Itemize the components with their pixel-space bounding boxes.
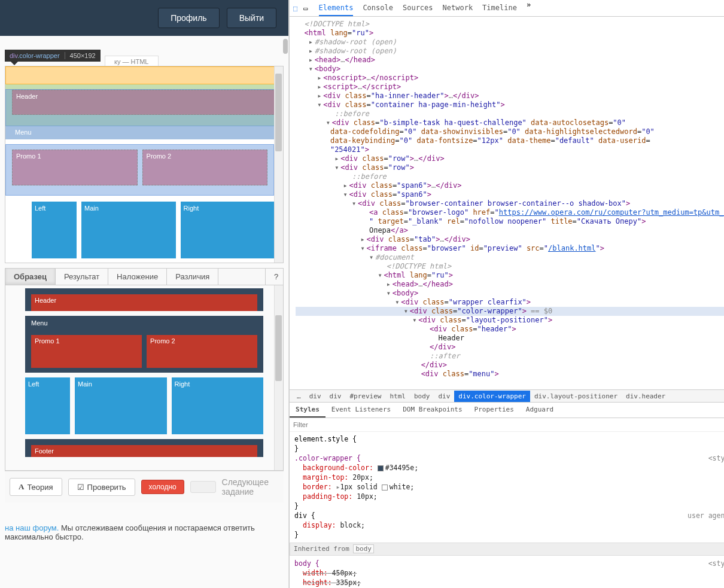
font-icon: A <box>19 482 24 492</box>
styles-panel: Styles Event Listeners DOM Breakpoints P… <box>290 403 724 588</box>
ref-footer: Footer <box>31 445 257 457</box>
cold-badge: холодно <box>141 480 184 494</box>
block-promo-1: Promo 1 <box>12 150 138 185</box>
site-header: Профиль Выйти <box>0 0 288 36</box>
css-rules[interactable]: element.style { } <style>…</style>.color… <box>290 432 724 588</box>
block-main: Main <box>81 202 176 258</box>
reference-preview: Header Menu Promo 1 Promo 2 Left Main Ri… <box>5 285 284 471</box>
logout-button[interactable]: Выйти <box>227 8 276 28</box>
block-right: Right <box>181 202 275 258</box>
profile-button[interactable]: Профиль <box>158 8 219 28</box>
ref-main: Main <box>75 377 167 434</box>
ref-menu: Menu <box>25 316 263 330</box>
subtab-properties[interactable]: Properties <box>469 403 520 418</box>
color-swatch[interactable] <box>382 485 388 490</box>
block-left: Left <box>32 202 77 258</box>
ref-left: Left <box>25 377 70 434</box>
progress-meter <box>190 481 216 493</box>
margin-highlight <box>5 66 283 84</box>
tab-overlay[interactable]: Наложение <box>108 269 167 285</box>
block-header: Header <box>12 90 276 115</box>
device-icon[interactable]: ▭ <box>303 4 308 13</box>
scrollbar[interactable] <box>274 66 283 263</box>
tab-diff[interactable]: Различия <box>167 269 218 285</box>
color-swatch[interactable] <box>378 465 384 471</box>
content-highlight: Header <box>5 89 283 126</box>
check-icon: ☑ <box>77 483 84 492</box>
forum-link[interactable]: на наш форум. <box>5 523 59 532</box>
padding-highlight: Header <box>5 84 283 126</box>
more-tabs-icon[interactable]: » <box>527 1 531 16</box>
subtab-dom-breakpoints[interactable]: DOM Breakpoints <box>397 403 468 418</box>
check-button[interactable]: ☑Проверить <box>68 479 135 496</box>
block-menu: Menu <box>5 126 274 139</box>
tab-elements[interactable]: Elements <box>319 1 354 16</box>
devtools-pane: ⬚ ▭ Elements Console Sources Network Tim… <box>289 0 724 588</box>
tooltip-arrow <box>11 62 18 65</box>
ref-promo-2: Promo 2 <box>147 335 257 368</box>
dom-breadcrumbs[interactable]: … div div #preview html body div div.col… <box>290 389 724 403</box>
forum-note: на наш форум. Мы отслеживаем сообщения и… <box>0 511 288 553</box>
block-promo-2: Promo 2 <box>142 150 268 185</box>
inspect-icon[interactable]: ⬚ <box>293 4 297 13</box>
tab-result[interactable]: Результат <box>56 269 108 285</box>
tab-sample[interactable]: Образец <box>5 269 56 285</box>
ref-scrollbar[interactable] <box>274 285 283 470</box>
devtools-toolbar: ⬚ ▭ Elements Console Sources Network Tim… <box>290 0 724 17</box>
next-task-link[interactable]: Следующее задание <box>222 477 279 496</box>
ref-header: Header <box>31 294 257 311</box>
subtab-adguard[interactable]: Adguard <box>520 403 559 418</box>
tab-help[interactable]: ? <box>265 269 283 285</box>
ref-right: Right <box>172 377 264 434</box>
action-bar: AТеория ☑Проверить холодно Следующее зад… <box>5 471 284 502</box>
tab-console[interactable]: Console <box>363 1 393 16</box>
app-pane: Профиль Выйти div.color-wrapper 450×192 … <box>0 0 288 588</box>
page-scrollbar[interactable] <box>288 0 289 588</box>
ref-promo-1: Promo 1 <box>31 335 142 368</box>
tab-timeline[interactable]: Timeline <box>482 1 517 16</box>
inspect-tooltip: div.color-wrapper 450×192 <box>5 50 101 62</box>
subtab-styles[interactable]: Styles <box>290 403 326 418</box>
tab-network[interactable]: Network <box>443 1 473 16</box>
subtab-event-listeners[interactable]: Event Listeners <box>326 403 397 418</box>
dom-tree[interactable]: <!DOCTYPE html> <html lang="ru"> #shadow… <box>290 17 724 389</box>
compare-tabs: Образец Результат Наложение Различия ? <box>5 268 284 285</box>
theory-button[interactable]: AТеория <box>10 478 62 496</box>
tab-sources[interactable]: Sources <box>403 1 433 16</box>
preview-iframe[interactable]: Header Menu Promo 1 Promo 2 Left Main Ri… <box>5 66 284 263</box>
styles-filter-input[interactable] <box>293 421 724 428</box>
